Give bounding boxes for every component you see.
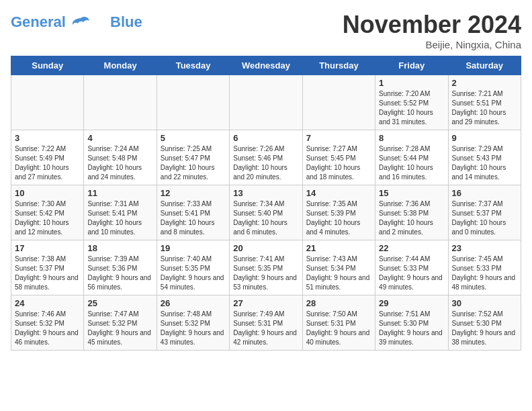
calendar-cell: 4Sunrise: 7:24 AMSunset: 5:48 PMDaylight…: [84, 130, 157, 185]
calendar-cell: 18Sunrise: 7:39 AMSunset: 5:36 PMDayligh…: [84, 240, 157, 295]
calendar-cell: 7Sunrise: 7:27 AMSunset: 5:45 PMDaylight…: [302, 130, 375, 185]
calendar-header-row: SundayMondayTuesdayWednesdayThursdayFrid…: [11, 56, 521, 75]
day-number: 4: [87, 133, 152, 143]
day-info: Sunrise: 7:51 AMSunset: 5:30 PMDaylight:…: [379, 310, 444, 347]
day-number: 14: [306, 188, 371, 198]
day-info: Sunrise: 7:35 AMSunset: 5:39 PMDaylight:…: [306, 199, 371, 237]
calendar-cell: 5Sunrise: 7:25 AMSunset: 5:47 PMDaylight…: [157, 130, 229, 185]
day-info: Sunrise: 7:44 AMSunset: 5:33 PMDaylight:…: [379, 255, 444, 292]
calendar-cell: 9Sunrise: 7:29 AMSunset: 5:43 PMDaylight…: [448, 130, 521, 185]
day-number: 11: [87, 188, 152, 198]
day-number: 26: [161, 298, 226, 308]
day-number: 21: [306, 243, 371, 253]
month-title: November 2024: [343, 11, 521, 39]
day-info: Sunrise: 7:26 AMSunset: 5:46 PMDaylight:…: [233, 144, 298, 182]
calendar-cell: 26Sunrise: 7:48 AMSunset: 5:32 PMDayligh…: [157, 295, 229, 351]
day-number: 8: [379, 133, 444, 143]
calendar-cell: 15Sunrise: 7:36 AMSunset: 5:38 PMDayligh…: [375, 185, 448, 240]
day-info: Sunrise: 7:52 AMSunset: 5:30 PMDaylight:…: [452, 310, 517, 347]
day-info: Sunrise: 7:46 AMSunset: 5:32 PMDaylight:…: [15, 310, 80, 347]
day-info: Sunrise: 7:40 AMSunset: 5:35 PMDaylight:…: [161, 255, 226, 292]
week-row-2: 3Sunrise: 7:22 AMSunset: 5:49 PMDaylight…: [11, 130, 521, 185]
day-info: Sunrise: 7:39 AMSunset: 5:36 PMDaylight:…: [87, 255, 152, 292]
day-info: Sunrise: 7:31 AMSunset: 5:41 PMDaylight:…: [87, 199, 152, 237]
day-header-monday: Monday: [84, 56, 157, 75]
calendar-table: SundayMondayTuesdayWednesdayThursdayFrid…: [11, 56, 521, 351]
day-number: 6: [233, 133, 298, 143]
day-info: Sunrise: 7:45 AMSunset: 5:33 PMDaylight:…: [452, 255, 517, 292]
calendar-cell: 1Sunrise: 7:20 AMSunset: 5:52 PMDaylight…: [375, 75, 448, 130]
calendar-cell: [84, 75, 157, 130]
day-number: 29: [379, 298, 444, 308]
day-info: Sunrise: 7:27 AMSunset: 5:45 PMDaylight:…: [306, 144, 371, 182]
day-number: 28: [306, 298, 371, 308]
calendar-cell: 30Sunrise: 7:52 AMSunset: 5:30 PMDayligh…: [448, 295, 521, 351]
calendar-cell: 13Sunrise: 7:34 AMSunset: 5:40 PMDayligh…: [230, 185, 302, 240]
calendar-cell: [11, 75, 84, 130]
day-number: 24: [15, 298, 80, 308]
calendar-cell: 6Sunrise: 7:26 AMSunset: 5:46 PMDaylight…: [230, 130, 302, 185]
calendar-cell: 3Sunrise: 7:22 AMSunset: 5:49 PMDaylight…: [11, 130, 84, 185]
week-row-5: 24Sunrise: 7:46 AMSunset: 5:32 PMDayligh…: [11, 295, 521, 351]
calendar-cell: 16Sunrise: 7:37 AMSunset: 5:37 PMDayligh…: [448, 185, 521, 240]
day-number: 13: [233, 188, 298, 198]
day-number: 20: [233, 243, 298, 253]
day-number: 18: [87, 243, 152, 253]
calendar-cell: 23Sunrise: 7:45 AMSunset: 5:33 PMDayligh…: [448, 240, 521, 295]
calendar-cell: 27Sunrise: 7:49 AMSunset: 5:31 PMDayligh…: [230, 295, 302, 351]
day-info: Sunrise: 7:41 AMSunset: 5:35 PMDaylight:…: [233, 255, 298, 292]
day-number: 15: [379, 188, 444, 198]
logo-general: General: [11, 13, 66, 30]
day-number: 9: [452, 133, 517, 143]
calendar-cell: 21Sunrise: 7:43 AMSunset: 5:34 PMDayligh…: [302, 240, 375, 295]
day-header-wednesday: Wednesday: [230, 56, 302, 75]
day-number: 22: [379, 243, 444, 253]
day-info: Sunrise: 7:47 AMSunset: 5:32 PMDaylight:…: [87, 310, 152, 347]
day-number: 19: [161, 243, 226, 253]
calendar-cell: [230, 75, 302, 130]
day-header-friday: Friday: [375, 56, 448, 75]
day-info: Sunrise: 7:38 AMSunset: 5:37 PMDaylight:…: [15, 255, 80, 292]
day-info: Sunrise: 7:30 AMSunset: 5:42 PMDaylight:…: [15, 199, 80, 237]
day-number: 27: [233, 298, 298, 308]
day-number: 5: [161, 133, 226, 143]
title-block: November 2024 Beijie, Ningxia, China: [343, 11, 521, 50]
day-info: Sunrise: 7:33 AMSunset: 5:41 PMDaylight:…: [161, 199, 226, 237]
day-info: Sunrise: 7:28 AMSunset: 5:44 PMDaylight:…: [379, 144, 444, 182]
calendar-cell: 19Sunrise: 7:40 AMSunset: 5:35 PMDayligh…: [157, 240, 229, 295]
calendar-cell: 22Sunrise: 7:44 AMSunset: 5:33 PMDayligh…: [375, 240, 448, 295]
day-info: Sunrise: 7:22 AMSunset: 5:49 PMDaylight:…: [15, 144, 80, 182]
day-number: 12: [161, 188, 226, 198]
day-number: 16: [452, 188, 517, 198]
logo-blue: Blue: [110, 13, 142, 31]
day-info: Sunrise: 7:50 AMSunset: 5:31 PMDaylight:…: [306, 310, 371, 347]
day-number: 2: [452, 78, 517, 88]
calendar-cell: 11Sunrise: 7:31 AMSunset: 5:41 PMDayligh…: [84, 185, 157, 240]
day-info: Sunrise: 7:21 AMSunset: 5:51 PMDaylight:…: [452, 89, 517, 127]
day-info: Sunrise: 7:36 AMSunset: 5:38 PMDaylight:…: [379, 199, 444, 237]
day-info: Sunrise: 7:20 AMSunset: 5:52 PMDaylight:…: [379, 89, 444, 127]
day-info: Sunrise: 7:24 AMSunset: 5:48 PMDaylight:…: [87, 144, 152, 182]
day-header-thursday: Thursday: [302, 56, 375, 75]
calendar-cell: 17Sunrise: 7:38 AMSunset: 5:37 PMDayligh…: [11, 240, 84, 295]
logo: General Blue: [11, 13, 142, 31]
week-row-4: 17Sunrise: 7:38 AMSunset: 5:37 PMDayligh…: [11, 240, 521, 295]
calendar-cell: 2Sunrise: 7:21 AMSunset: 5:51 PMDaylight…: [448, 75, 521, 130]
calendar-cell: 8Sunrise: 7:28 AMSunset: 5:44 PMDaylight…: [375, 130, 448, 185]
page-header: General Blue November 2024 Beijie, Ningx…: [11, 11, 521, 50]
calendar-cell: [157, 75, 229, 130]
day-number: 7: [306, 133, 371, 143]
day-info: Sunrise: 7:48 AMSunset: 5:32 PMDaylight:…: [161, 310, 226, 347]
week-row-1: 1Sunrise: 7:20 AMSunset: 5:52 PMDaylight…: [11, 75, 521, 130]
day-info: Sunrise: 7:49 AMSunset: 5:31 PMDaylight:…: [233, 310, 298, 347]
calendar-cell: 25Sunrise: 7:47 AMSunset: 5:32 PMDayligh…: [84, 295, 157, 351]
day-info: Sunrise: 7:43 AMSunset: 5:34 PMDaylight:…: [306, 255, 371, 292]
day-number: 10: [15, 188, 80, 198]
day-info: Sunrise: 7:25 AMSunset: 5:47 PMDaylight:…: [161, 144, 226, 182]
day-header-tuesday: Tuesday: [157, 56, 229, 75]
logo-bird-icon: [71, 15, 90, 30]
calendar-cell: [302, 75, 375, 130]
calendar-cell: 28Sunrise: 7:50 AMSunset: 5:31 PMDayligh…: [302, 295, 375, 351]
day-number: 17: [15, 243, 80, 253]
calendar-cell: 12Sunrise: 7:33 AMSunset: 5:41 PMDayligh…: [157, 185, 229, 240]
